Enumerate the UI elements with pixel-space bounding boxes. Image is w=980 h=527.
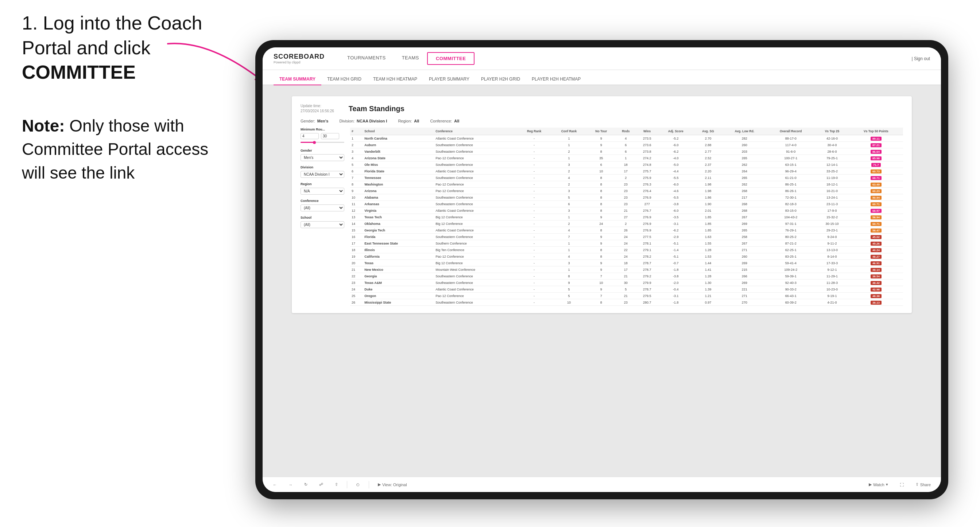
- cell-reg-rank: -: [517, 253, 551, 260]
- cell-vs-top25: 9-11-2: [815, 240, 849, 247]
- cell-rank: 25: [350, 293, 363, 299]
- cell-rank: 8: [350, 181, 363, 188]
- sub-nav-player-h2h-grid[interactable]: PLAYER H2H GRID: [475, 74, 526, 85]
- min-rounds-max-input[interactable]: [321, 133, 339, 139]
- th-conf-rank: Conf Rank: [551, 127, 587, 135]
- cell-school: Florida: [363, 233, 434, 240]
- cell-rnds: 1: [615, 155, 636, 162]
- cell-reg-rank: -: [517, 247, 551, 253]
- toolbar-view[interactable]: ▶ View: Original: [375, 481, 410, 488]
- cell-overall: 59-41-4: [766, 260, 815, 267]
- table-row: 7 Tennessee Southeastern Conference - 4 …: [350, 175, 903, 181]
- cell-avg-low: 203: [722, 148, 766, 155]
- cell-overall: 100-27-1: [766, 155, 815, 162]
- sub-nav-team-h2h-grid[interactable]: TEAM H2H GRID: [321, 74, 367, 85]
- cell-avg-sg: 2.01: [694, 207, 723, 214]
- sign-out[interactable]: | Sign out: [912, 56, 931, 61]
- cell-reg-rank: -: [517, 214, 551, 221]
- region-select[interactable]: N/A All: [301, 188, 344, 195]
- cell-wins: 274.8: [636, 162, 658, 168]
- cell-rank: 17: [350, 240, 363, 247]
- cell-no-tour: 9: [587, 267, 615, 273]
- toolbar-forward[interactable]: →: [286, 481, 296, 488]
- toolbar-clock[interactable]: ⏲: [353, 481, 363, 488]
- cell-vs-top25: 13-13-0: [815, 247, 849, 253]
- table-row: 19 California Pac-12 Conference - 4 8 24…: [350, 253, 903, 260]
- cell-school: North Carolina: [363, 135, 434, 142]
- cell-conf-rank: 2: [551, 221, 587, 227]
- school-select[interactable]: (All): [301, 221, 344, 228]
- filter-group-division: Division NCAA Division I NCAA Division I…: [301, 165, 344, 178]
- toolbar-share-main[interactable]: ⇧ Share: [913, 481, 934, 488]
- step-bold: COMMITTEE: [22, 62, 136, 83]
- min-rounds-min-input[interactable]: [301, 133, 319, 139]
- table-row: 21 New Mexico Mountain West Conference -…: [350, 267, 903, 273]
- cell-reg-rank: -: [517, 142, 551, 148]
- cell-conf-rank: 2: [551, 148, 587, 155]
- cell-rank: 13: [350, 214, 363, 221]
- sub-nav-player-h2h-heatmap[interactable]: PLAYER H2H HEATMAP: [526, 74, 587, 85]
- table-row: 5 Ole Miss Southeastern Conference - 3 6…: [350, 162, 903, 168]
- division-select[interactable]: NCAA Division I NCAA Division II NCAA Di…: [301, 171, 344, 178]
- cell-avg-sg: 1.30: [694, 279, 723, 286]
- cell-school: Florida State: [363, 168, 434, 175]
- cell-vs-top50: 68.71: [849, 175, 903, 181]
- cell-adj-score: -3.8: [658, 273, 694, 279]
- cell-avg-sg: 2.88: [694, 142, 723, 148]
- cell-conf-rank: 5: [551, 293, 587, 299]
- sub-nav: TEAM SUMMARY TEAM H2H GRID TEAM H2H HEAT…: [262, 70, 941, 85]
- cell-adj-score: -3.1: [658, 221, 694, 227]
- cell-reg-rank: -: [517, 233, 551, 240]
- conference-select[interactable]: (All): [301, 205, 344, 211]
- cell-no-tour: 8: [587, 188, 615, 194]
- sub-nav-team-h2h-heatmap[interactable]: TEAM H2H HEATMAP: [367, 74, 423, 85]
- cell-rank: 11: [350, 201, 363, 207]
- table-row: 10 Alabama Southeastern Conference - 5 8…: [350, 194, 903, 201]
- cell-adj-score: -1.8: [658, 299, 694, 306]
- cell-avg-sg: 2.20: [694, 168, 723, 175]
- cell-vs-top25: 17-9-0: [815, 207, 849, 214]
- cell-reg-rank: -: [517, 188, 551, 194]
- nav-teams[interactable]: TEAMS: [394, 52, 427, 65]
- region-label: Region:: [398, 119, 412, 123]
- cell-vs-top25: 9-24-0: [815, 233, 849, 240]
- nav-committee[interactable]: COMMITTEE: [427, 52, 475, 65]
- update-time-value: 27/03/2024 16:56:26: [301, 109, 334, 114]
- nav-tournaments[interactable]: TOURNAMENTS: [339, 52, 394, 65]
- conference-value: All: [454, 119, 459, 123]
- panel-header: Update time: 27/03/2024 16:56:26 Team St…: [301, 103, 903, 114]
- cell-adj-score: -6.2: [658, 148, 694, 155]
- cell-school: Georgia Tech: [363, 227, 434, 233]
- cell-rank: 5: [350, 162, 363, 168]
- table-row: 26 Mississippi State Southeastern Confer…: [350, 299, 903, 306]
- cell-overall: 62-25-1: [766, 247, 815, 253]
- cell-vs-top25: 28-6-0: [815, 148, 849, 155]
- cell-vs-top50: 38.54: [849, 273, 903, 279]
- toolbar-back[interactable]: ←: [270, 481, 280, 488]
- table-row: 12 Virginia Atlantic Coast Conference - …: [350, 207, 903, 214]
- cell-rank: 3: [350, 148, 363, 155]
- toolbar-watch[interactable]: ▶ Watch ▾: [866, 481, 891, 488]
- sub-nav-team-summary[interactable]: TEAM SUMMARY: [274, 74, 321, 85]
- cell-conf-rank: 3: [551, 207, 587, 214]
- sub-nav-player-summary[interactable]: PLAYER SUMMARY: [423, 74, 475, 85]
- cell-rank: 19: [350, 253, 363, 260]
- slider-handle[interactable]: [313, 141, 316, 144]
- gender-select[interactable]: Men's Women's: [301, 154, 344, 161]
- toolbar-bookmark[interactable]: ☍: [316, 481, 326, 488]
- slider-track: [301, 142, 344, 143]
- cell-rnds: 23: [615, 181, 636, 188]
- toolbar-refresh[interactable]: ↻: [301, 481, 310, 488]
- cell-conference: Southeastern Conference: [434, 201, 517, 207]
- cell-vs-top25: 30-4-0: [815, 142, 849, 148]
- table-row: 2 Auburn Southeastern Conference - 1 9 6…: [350, 142, 903, 148]
- toolbar-share-small[interactable]: ⇧: [332, 481, 341, 488]
- cell-vs-top25: 8-14-0: [815, 253, 849, 260]
- cell-no-tour: 8: [587, 194, 615, 201]
- cell-no-tour: 35: [587, 155, 615, 162]
- th-vs-top25: Vs Top 25: [815, 127, 849, 135]
- toolbar-expand[interactable]: ⛶: [897, 481, 907, 488]
- school-filter-label: School: [301, 216, 344, 219]
- cell-overall: 83-15-0: [766, 207, 815, 214]
- cell-avg-sg: 1.28: [694, 247, 723, 253]
